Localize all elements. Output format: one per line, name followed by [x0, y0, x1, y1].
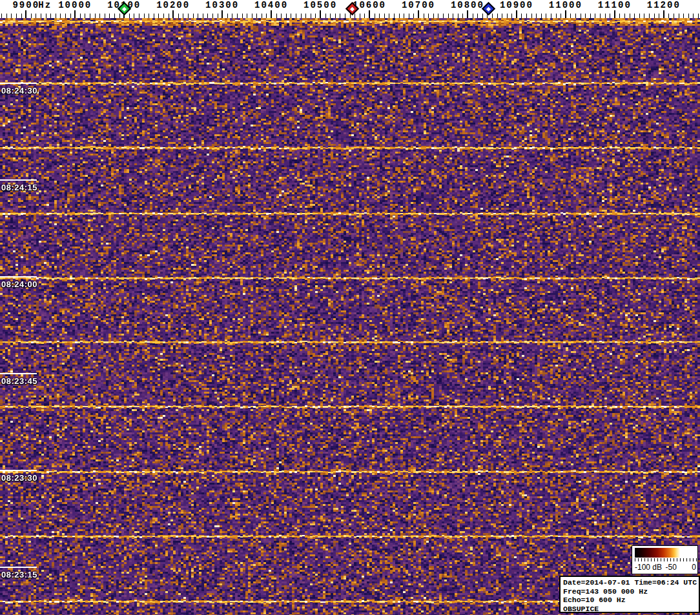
ruler-minor-tick: [158, 14, 159, 18]
ruler-minor-tick: [281, 14, 282, 18]
ruler-minor-tick: [473, 14, 473, 18]
ruler-minor-tick: [688, 14, 689, 18]
ruler-frequency-label: 10200: [156, 0, 190, 10]
ruler-minor-tick: [252, 14, 252, 18]
ruler-frequency-label: 11100: [598, 0, 632, 10]
ruler-minor-tick: [105, 14, 105, 18]
time-label: 08:23:45: [1, 376, 37, 386]
ruler-minor-tick: [590, 14, 591, 18]
ruler-minor-tick: [11, 14, 12, 18]
ruler-minor-tick: [85, 14, 85, 18]
ruler-minor-tick: [683, 14, 684, 18]
ruler-minor-tick: [693, 14, 694, 18]
ruler-minor-tick: [551, 14, 551, 18]
ruler-minor-tick: [624, 14, 625, 18]
ruler-minor-tick: [144, 14, 145, 18]
ruler-minor-tick: [6, 14, 7, 18]
ruler-minor-tick: [207, 14, 208, 18]
ruler-minor-tick: [433, 14, 434, 18]
ruler-minor-tick: [311, 14, 311, 18]
ruler-minor-tick: [600, 14, 601, 18]
ruler-minor-tick: [198, 14, 198, 18]
ruler-minor-tick: [394, 14, 395, 18]
ruler-minor-tick: [610, 14, 610, 18]
ruler-minor-tick: [443, 14, 444, 18]
ruler-minor-tick: [188, 14, 189, 18]
ruler-minor-tick: [595, 14, 595, 18]
ruler-minor-tick: [31, 14, 32, 18]
ruler-minor-tick: [90, 14, 90, 18]
ruler-minor-tick: [154, 14, 154, 18]
ruler-minor-tick: [1, 14, 2, 18]
ruler-minor-tick: [232, 14, 232, 18]
ruler-minor-tick: [247, 14, 247, 18]
ruler-minor-tick: [134, 14, 134, 18]
ruler-minor-tick: [262, 14, 262, 18]
ruler-major-tick: [221, 10, 223, 18]
ruler-minor-tick: [541, 14, 542, 18]
ruler-minor-tick: [169, 14, 169, 18]
colorbar-legend: -100 dB -50 0: [632, 545, 698, 574]
info-frequency: Freq=143 050 000 Hz: [563, 587, 699, 596]
ruler-minor-tick: [605, 14, 606, 18]
ruler-minor-tick: [193, 14, 194, 18]
ruler-minor-tick: [649, 14, 650, 18]
ruler-minor-tick: [149, 14, 149, 18]
ruler-minor-tick: [458, 14, 458, 18]
ruler-major-tick: [74, 10, 76, 18]
ruler-frequency-label: 9900: [12, 0, 39, 10]
ruler-minor-tick: [119, 14, 120, 18]
ruler-minor-tick: [619, 14, 620, 18]
ruler-minor-tick: [570, 14, 571, 18]
ruler-minor-tick: [305, 14, 306, 18]
info-echo: Echo=10 600 Hz: [563, 596, 699, 605]
info-station: OBSUPICE: [563, 605, 699, 614]
time-label: 08:23:30: [1, 473, 37, 483]
info-date-time: Date=2014-07-01 Time=06:24 UTC: [563, 578, 699, 587]
ruler-minor-tick: [65, 14, 66, 18]
ruler-minor-tick: [448, 14, 449, 18]
ruler-frequency-label: 10500: [304, 0, 337, 10]
time-tick-line: [0, 83, 37, 84]
ruler-minor-tick: [296, 14, 296, 18]
ruler-frequency-label: 10700: [402, 0, 435, 10]
ruler-minor-tick: [384, 14, 385, 18]
ruler-minor-tick: [129, 14, 130, 18]
colorbar-label-mid: -50: [666, 563, 677, 572]
time-tick-line: [0, 276, 37, 277]
ruler-minor-tick: [218, 14, 218, 18]
ruler-minor-tick: [203, 14, 203, 18]
ruler-minor-tick: [183, 14, 183, 18]
ruler-minor-tick: [428, 14, 429, 18]
frequency-ruler[interactable]: 9900100001010010200103001040010500106001…: [0, 0, 700, 18]
ruler-minor-tick: [41, 14, 41, 18]
ruler-minor-tick: [526, 14, 527, 18]
ruler-minor-tick: [21, 14, 22, 18]
ruler-minor-tick: [497, 14, 498, 18]
ruler-minor-tick: [301, 14, 302, 18]
ruler-minor-tick: [659, 14, 659, 18]
ruler-frequency-label: 10000: [58, 0, 92, 10]
ruler-frequency-label: 10300: [205, 0, 239, 10]
ruler-minor-tick: [355, 14, 355, 18]
ruler-minor-tick: [389, 14, 389, 18]
ruler-minor-tick: [462, 14, 463, 18]
ruler-minor-tick: [561, 14, 561, 18]
ruler-minor-tick: [399, 14, 400, 18]
ruler-major-tick: [516, 10, 517, 18]
ruler-minor-tick: [163, 14, 164, 18]
ruler-minor-tick: [453, 14, 453, 18]
ruler-minor-tick: [492, 14, 493, 18]
spectrogram-canvas[interactable]: [0, 18, 700, 615]
ruler-minor-tick: [335, 14, 336, 18]
ruler-minor-tick: [227, 14, 228, 18]
ruler-minor-tick: [360, 14, 360, 18]
ruler-minor-tick: [511, 14, 512, 18]
ruler-frequency-label: 10900: [500, 0, 533, 10]
ruler-minor-tick: [404, 14, 404, 18]
ruler-minor-tick: [438, 14, 438, 18]
ruler-minor-tick: [556, 14, 557, 18]
colorbar-ticks: [635, 558, 696, 562]
ruler-minor-tick: [139, 14, 139, 18]
time-label: 08:24:30: [1, 86, 37, 96]
